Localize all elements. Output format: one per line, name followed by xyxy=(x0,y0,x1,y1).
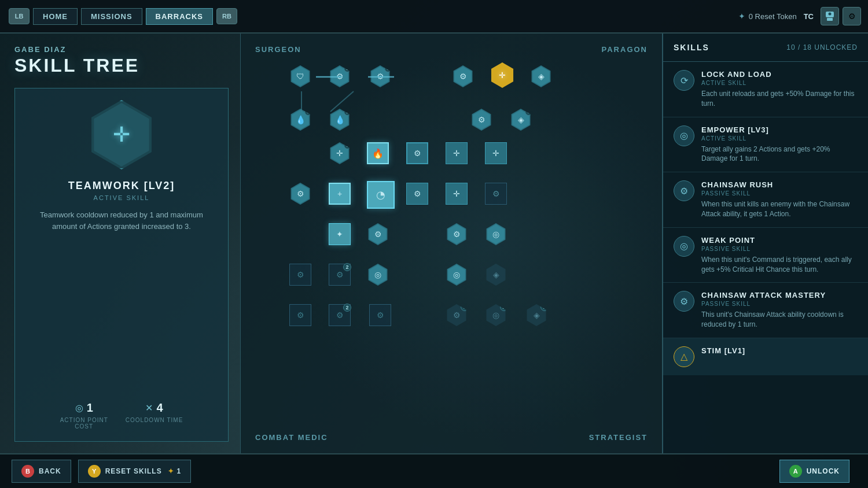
skill-tree-panel: SURGEON PARAGON COMBAT MEDIC STRATEGIST xyxy=(240,34,663,453)
reset-token-label: 0 Reset Token xyxy=(749,12,797,21)
node-bot-2[interactable]: ⚙ 2 xyxy=(329,264,351,286)
chainsaw-mastery-desc: This unit's Chainsaw Attack ability cool… xyxy=(701,310,858,330)
skill-item-weak-point[interactable]: ◎ WEAK POINT PASSIVE SKILL When this uni… xyxy=(663,228,868,283)
skills-list: ⟳ LOCK AND LOAD ACTIVE SKILL Each unit r… xyxy=(663,62,868,453)
settings-icon[interactable]: ⚙ xyxy=(843,7,861,25)
lock-and-load-type: ACTIVE SKILL xyxy=(701,80,858,86)
node-vbot-5[interactable]: ◎ 2 xyxy=(485,304,507,326)
stim-name: STIM [LV1] xyxy=(701,346,858,355)
y-button-icon: Y xyxy=(88,465,101,478)
barracks-tab[interactable]: BARRACKS xyxy=(146,8,213,25)
unlock-button[interactable]: A UNLOCK xyxy=(779,460,849,483)
skill-item-chainsaw-mastery[interactable]: ⚙ CHAINSAW ATTACK MASTERY PASSIVE SKILL … xyxy=(663,283,868,338)
back-button[interactable]: B BACK xyxy=(12,460,71,483)
empower-content: EMPOWER [LV3] ACTIVE SKILL Target ally g… xyxy=(701,125,858,164)
node-mid-1[interactable]: ✛ 1 xyxy=(329,142,351,164)
left-panel: GABE DIAZ SKILL TREE ✛ TEAMWORK [LV2] AC… xyxy=(0,34,240,453)
node-vbot-2[interactable]: ⚙ 2 xyxy=(329,304,351,326)
action-point-value: 1 xyxy=(87,401,93,415)
combat-medic-label: COMBAT MEDIC xyxy=(255,433,328,442)
skill-icon-symbol: ✛ xyxy=(113,123,130,147)
node-vbot-1[interactable]: ⚙ xyxy=(289,304,311,326)
skills-panel: SKILLS 10 / 18 UNLOCKED ⟳ LOCK AND LOAD … xyxy=(663,34,868,453)
profile-icon[interactable] xyxy=(821,7,839,25)
rb-button[interactable]: RB xyxy=(216,8,237,24)
nav-icon-group: ⚙ xyxy=(821,7,861,25)
cooldown-icon: ✕ xyxy=(145,402,153,413)
node-vbot-6[interactable]: ◈ 1 xyxy=(525,304,547,326)
skill-card-name: TEAMWORK [LV2] xyxy=(68,180,175,192)
skill-item-empower[interactable]: ◎ EMPOWER [LV3] ACTIVE SKILL Target ally… xyxy=(663,117,868,173)
chainsaw-rush-content: CHAINSAW RUSH PASSIVE SKILL When this un… xyxy=(701,180,858,219)
chainsaw-rush-type: PASSIVE SKILL xyxy=(701,190,858,197)
home-tab[interactable]: HOME xyxy=(33,8,78,25)
node-paragon-active[interactable]: ✛ xyxy=(490,62,515,88)
cooldown-stat: ✕ 4 COOLDOWN TIME xyxy=(126,401,183,430)
node-sq-2[interactable]: ⚙ xyxy=(406,142,428,164)
bottom-bar: B BACK Y RESET SKILLS ✦ 1 A UNLOCK xyxy=(0,453,868,488)
node-paragon-2[interactable]: ◈ xyxy=(530,65,552,87)
chainsaw-mastery-content: CHAINSAW ATTACK MASTERY PASSIVE SKILL Th… xyxy=(701,291,858,330)
missions-tab[interactable]: MISSIONS xyxy=(81,8,142,25)
paragon-label: PARAGON xyxy=(602,45,648,54)
top-navigation: LB HOME MISSIONS BARRACKS RB ✦ 0 Reset T… xyxy=(0,0,868,34)
page-title: SKILL TREE xyxy=(14,55,229,76)
weak-point-desc: When this unit's Command is triggered, e… xyxy=(701,255,858,275)
node-sq-paragon[interactable]: ✛ xyxy=(446,142,468,164)
svg-line-6 xyxy=(330,91,354,112)
node-bot-3[interactable]: ◎ xyxy=(367,264,389,286)
reset-token-display: ✦ 0 Reset Token xyxy=(738,12,797,21)
node-below-3[interactable]: ⚙ xyxy=(446,223,468,245)
tc-badge: TC xyxy=(804,12,814,21)
reset-token-icon: ✦ xyxy=(738,12,745,21)
node-below-2[interactable]: ⚙ xyxy=(367,223,389,245)
node-paragon-4[interactable]: ◈ 3 xyxy=(510,109,532,131)
chainsaw-rush-desc: When this unit kills an enemy with the C… xyxy=(701,199,858,219)
empower-name: EMPOWER [LV3] xyxy=(701,125,858,134)
node-below-1[interactable]: ✦ xyxy=(329,223,351,245)
chainsaw-rush-name: CHAINSAW RUSH xyxy=(701,180,858,189)
skill-item-chainsaw-rush[interactable]: ⚙ CHAINSAW RUSH PASSIVE SKILL When this … xyxy=(663,172,868,228)
back-label: BACK xyxy=(39,467,61,475)
cooldown-label: COOLDOWN TIME xyxy=(126,417,183,423)
skills-header: SKILLS 10 / 18 UNLOCKED xyxy=(663,34,868,62)
node-sq-3[interactable]: ✛ xyxy=(485,142,507,164)
lock-and-load-desc: Each unit reloads and gets +50% Damage f… xyxy=(701,89,858,109)
node-cross[interactable]: + xyxy=(329,183,351,205)
weak-point-type: PASSIVE SKILL xyxy=(701,246,858,252)
skill-item-lock-and-load[interactable]: ⟳ LOCK AND LOAD ACTIVE SKILL Each unit r… xyxy=(663,62,868,117)
node-bot-5[interactable]: ◈ xyxy=(485,264,507,286)
nav-right-section: ✦ 0 Reset Token TC ⚙ xyxy=(738,7,861,25)
node-sq-right[interactable]: ✛ xyxy=(446,183,468,205)
cooldown-value: 4 xyxy=(156,401,163,415)
node-vbot-3[interactable]: ⚙ xyxy=(369,304,391,326)
node-bot-1[interactable]: ⚙ xyxy=(289,264,311,286)
node-below-4[interactable]: ◎ xyxy=(485,223,507,245)
lock-and-load-name: LOCK AND LOAD xyxy=(701,70,858,79)
reset-skills-button[interactable]: Y RESET SKILLS ✦ 1 xyxy=(78,460,191,483)
action-point-top: ◎ 1 xyxy=(75,401,93,415)
node-sq-1[interactable]: 🔥 xyxy=(367,142,389,164)
lb-button[interactable]: LB xyxy=(9,8,30,24)
lock-and-load-content: LOCK AND LOAD ACTIVE SKILL Each unit rel… xyxy=(701,70,858,109)
unlock-label: UNLOCK xyxy=(807,467,840,475)
skill-stats-row: ◎ 1 ACTION POINTCOST ✕ 4 COOLDOWN TIME xyxy=(60,401,183,430)
skill-item-stim[interactable]: △ STIM [LV1] xyxy=(663,338,868,375)
character-name: GABE DIAZ xyxy=(14,45,229,54)
main-content: GABE DIAZ SKILL TREE ✛ TEAMWORK [LV2] AC… xyxy=(0,34,868,453)
node-sq-far-right[interactable]: ⚙ xyxy=(485,183,507,205)
node-paragon-1[interactable]: ⚙ xyxy=(452,65,474,87)
node-bot-4[interactable]: ◎ xyxy=(446,264,468,286)
node-paragon-3[interactable]: ⚙ xyxy=(470,109,492,131)
skill-icon-large: ✛ xyxy=(87,100,156,169)
action-point-icon: ◎ xyxy=(75,402,83,413)
node-vbot-4[interactable]: ⚙ 3 xyxy=(446,304,468,326)
node-center-main[interactable]: ◔ xyxy=(367,181,395,209)
node-sq-center[interactable]: ⚙ xyxy=(406,183,428,205)
action-point-stat: ◎ 1 ACTION POINTCOST xyxy=(60,401,108,430)
skill-detail-card: ✛ TEAMWORK [LV2] ACTIVE SKILL Teamwork c… xyxy=(14,88,229,442)
skill-card-description: Teamwork cooldown reduced by 1 and maxim… xyxy=(27,209,216,232)
node-left-mid[interactable]: ⚙ xyxy=(289,183,311,205)
empower-type: ACTIVE SKILL xyxy=(701,135,858,142)
weak-point-content: WEAK POINT PASSIVE SKILL When this unit'… xyxy=(701,236,858,275)
